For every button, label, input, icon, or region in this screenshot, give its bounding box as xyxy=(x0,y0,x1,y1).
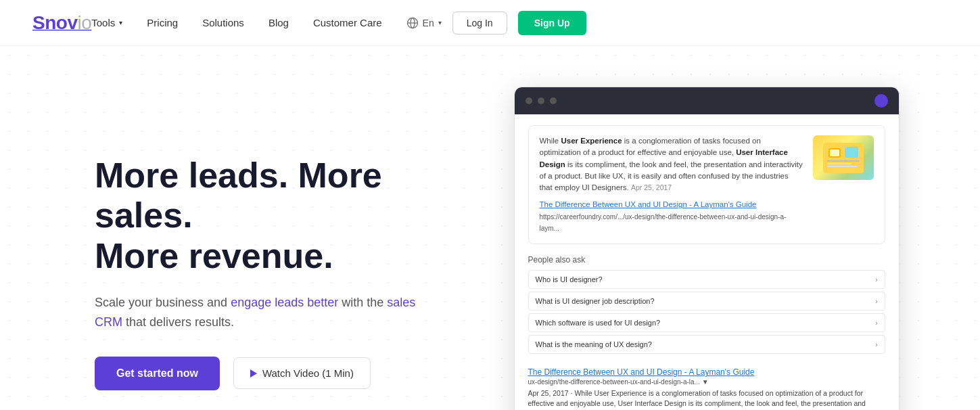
result2-link[interactable]: The Difference Between UX and UI Design … xyxy=(528,367,885,377)
nav-item-blog[interactable]: Blog xyxy=(269,17,289,29)
logo-main: Snov xyxy=(32,12,77,33)
chevron-icon-3: › xyxy=(875,319,877,327)
browser-bar xyxy=(515,87,899,114)
hero-visual: While User Experience is a conglomeratio… xyxy=(487,87,926,410)
snippet-url: https://careerfoundry.com/.../ux-design/… xyxy=(540,213,787,232)
language-selector[interactable]: En ▾ xyxy=(406,17,442,29)
nav-customer-care-link[interactable]: Customer Care xyxy=(313,17,382,28)
ask-item-1-text: Who is UI designer? xyxy=(536,275,603,283)
watch-video-label: Watch Video (1 Min) xyxy=(262,367,354,379)
chevron-icon-4: › xyxy=(875,341,877,348)
signup-button[interactable]: Sign Up xyxy=(518,11,586,35)
svg-rect-5 xyxy=(830,150,839,156)
nav-solutions-link[interactable]: Solutions xyxy=(202,17,244,28)
snippet-text: While User Experience is a conglomeratio… xyxy=(540,135,803,234)
svg-rect-9 xyxy=(827,166,857,167)
browser-dot-2 xyxy=(538,97,544,104)
browser-dot-3 xyxy=(550,97,557,104)
nav-item-solutions[interactable]: Solutions xyxy=(202,17,244,29)
snippet-image xyxy=(813,135,874,180)
watch-video-button[interactable]: Watch Video (1 Min) xyxy=(233,357,371,389)
browser-content: While User Experience is a conglomeratio… xyxy=(515,114,899,410)
globe-icon xyxy=(406,17,419,29)
nav-item-tools[interactable]: Tools ▾ xyxy=(91,17,122,28)
people-ask-title: People also ask xyxy=(528,255,885,265)
browser-dot-1 xyxy=(526,97,532,104)
chevron-icon-1: › xyxy=(875,276,877,283)
nav-tools-link[interactable]: Tools xyxy=(91,17,115,28)
ask-item-4[interactable]: What is the meaning of UX design? › xyxy=(528,335,885,354)
ask-item-3[interactable]: Which software is used for UI design? › xyxy=(528,313,885,332)
ask-item-4-text: What is the meaning of UX design? xyxy=(536,340,652,348)
browser-avatar xyxy=(874,94,888,108)
nav-blog-link[interactable]: Blog xyxy=(269,17,289,28)
snippet-body: While User Experience is a conglomeratio… xyxy=(540,135,803,193)
nav-item-customer-care[interactable]: Customer Care xyxy=(313,17,382,29)
result2-meta: ux-design/the-difference-between-ux-and-… xyxy=(528,378,885,386)
people-also-ask: People also ask Who is UI designer? › Wh… xyxy=(528,255,885,354)
ask-item-3-text: Which software is used for UI design? xyxy=(536,319,661,327)
hero-content: More leads. More sales. More revenue. Sc… xyxy=(95,156,460,390)
ask-item-1[interactable]: Who is UI designer? › xyxy=(528,270,885,289)
result2-desc: Apr 25, 2017 · While User Experience is … xyxy=(528,388,885,410)
snippet-link[interactable]: The Difference Between UX and UI Design … xyxy=(540,199,803,210)
navbar: Snovio Tools ▾ Pricing Solutions Blog Cu… xyxy=(0,0,980,46)
get-started-button[interactable]: Get started now xyxy=(95,357,220,390)
lang-chevron-icon: ▾ xyxy=(438,19,442,26)
ask-item-2[interactable]: What is UI designer job description? › xyxy=(528,292,885,311)
hero-subtitle: Scale your business and engage leads bet… xyxy=(95,293,419,332)
search-snippet-1: While User Experience is a conglomeratio… xyxy=(528,125,885,244)
login-button[interactable]: Log In xyxy=(452,12,507,35)
lang-label: En xyxy=(423,18,434,28)
ask-item-2-text: What is UI designer job description? xyxy=(536,297,655,305)
svg-rect-6 xyxy=(845,147,858,158)
nav-right: En ▾ Log In Sign Up xyxy=(406,11,586,35)
chevron-icon-2: › xyxy=(875,298,877,305)
hero-title: More leads. More sales. More revenue. xyxy=(95,156,460,277)
hero-buttons: Get started now Watch Video (1 Min) xyxy=(95,357,460,390)
nav-links: Tools ▾ Pricing Solutions Blog Customer … xyxy=(91,17,381,29)
logo-suffix: io xyxy=(77,12,91,33)
hero-section: More leads. More sales. More revenue. Sc… xyxy=(0,46,980,410)
svg-rect-7 xyxy=(827,160,860,162)
logo[interactable]: Snovio xyxy=(32,12,91,34)
chevron-down-icon: ▾ xyxy=(119,19,122,26)
play-icon xyxy=(250,369,257,378)
nav-pricing-link[interactable]: Pricing xyxy=(147,17,178,28)
svg-rect-8 xyxy=(827,163,851,164)
nav-item-pricing[interactable]: Pricing xyxy=(147,17,178,29)
search-result-2: The Difference Between UX and UI Design … xyxy=(528,365,885,410)
browser-window: While User Experience is a conglomeratio… xyxy=(514,87,900,410)
